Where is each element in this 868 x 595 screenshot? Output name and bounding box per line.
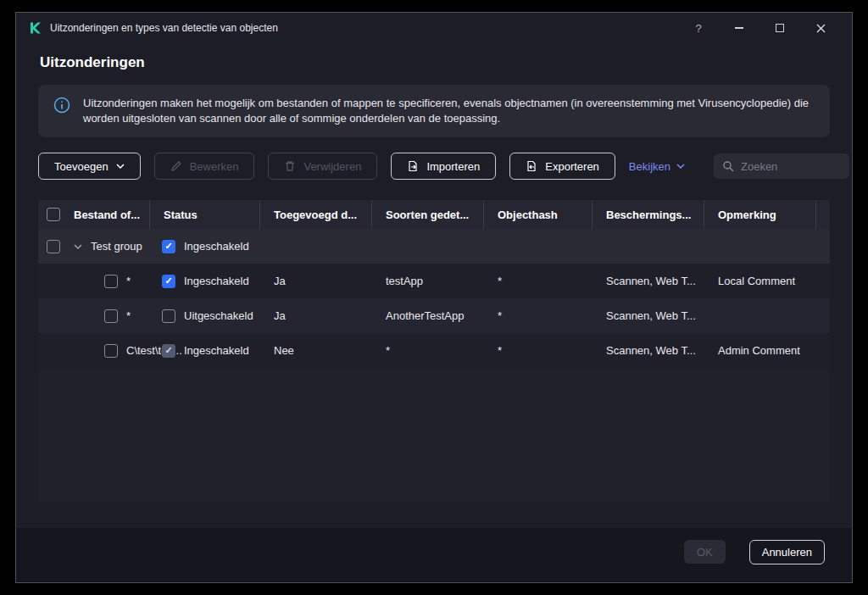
cell-added: Ja <box>260 309 372 322</box>
status-checkbox[interactable] <box>162 309 175 323</box>
expander-chevron-icon[interactable] <box>74 244 82 249</box>
info-banner: Uitzonderingen maken het mogelijk om bes… <box>38 85 830 137</box>
status-checkbox[interactable] <box>162 240 175 253</box>
column-header-types[interactable]: Soorten gedet... <box>372 200 484 229</box>
search-input[interactable] <box>741 160 841 173</box>
minimize-icon <box>735 27 743 29</box>
view-dropdown[interactable]: Bekijken <box>629 160 685 173</box>
help-button[interactable]: ? <box>686 17 711 39</box>
toolbar: Toevoegen Bewerken Verwijderen Importere… <box>38 153 830 180</box>
delete-button-label: Verwijderen <box>303 160 361 173</box>
select-all-checkbox[interactable] <box>47 208 60 221</box>
minimize-button[interactable] <box>726 17 752 39</box>
cell-protection: Scannen, Web T... <box>593 275 704 287</box>
cell-added: Nee <box>260 344 372 357</box>
cell-types: AnotherTestApp <box>372 309 484 322</box>
kaspersky-logo-icon <box>28 21 42 35</box>
cell-added: Ja <box>260 275 372 287</box>
add-button[interactable]: Toevoegen <box>38 153 141 180</box>
column-header-comment[interactable]: Opmerking <box>704 200 816 229</box>
cell-types: * <box>372 344 484 357</box>
cell-objecthash: * <box>484 344 593 357</box>
search-icon <box>722 160 734 172</box>
column-header-protection[interactable]: Beschermings... <box>593 200 704 229</box>
search-box <box>714 153 849 179</box>
cell-objecthash: * <box>484 309 593 322</box>
status-label: Uitgeschakeld <box>184 309 253 322</box>
row-checkbox[interactable] <box>104 309 118 323</box>
group-name: Test group <box>91 240 142 253</box>
row-checkbox[interactable] <box>104 344 118 358</box>
edit-button: Bewerken <box>154 153 255 180</box>
maximize-icon <box>776 24 784 32</box>
column-header-file[interactable]: Bestand of... <box>69 200 150 229</box>
export-button[interactable]: Exporteren <box>509 153 615 180</box>
page-title: Uitzonderingen <box>40 54 852 71</box>
info-text: Uitzonderingen maken het mogelijk om bes… <box>83 96 812 126</box>
window-title: Uitzonderingen en types van detectie van… <box>50 22 278 34</box>
export-icon <box>526 160 537 172</box>
view-dropdown-label: Bekijken <box>629 160 670 173</box>
status-label: Ingeschakeld <box>184 240 249 253</box>
cancel-button[interactable]: Annuleren <box>749 540 825 564</box>
cell-comment: Admin Comment <box>704 344 816 357</box>
import-icon <box>407 160 419 172</box>
table-header-row: Bestand of... Status Toegevoegd d... Soo… <box>38 200 830 229</box>
cell-file: * <box>126 275 131 287</box>
chevron-down-icon <box>676 164 685 169</box>
trash-icon <box>284 160 296 172</box>
table-row[interactable]: C\test\tes... Ingeschakeld Nee * * Scann… <box>38 333 830 368</box>
export-button-label: Exporteren <box>545 160 599 173</box>
delete-button: Verwijderen <box>268 153 377 180</box>
import-button-label: Importeren <box>426 160 480 173</box>
cell-protection: Scannen, Web T... <box>593 344 704 357</box>
status-checkbox[interactable] <box>162 344 175 358</box>
column-header-status[interactable]: Status <box>150 200 260 229</box>
cell-types: testApp <box>372 275 484 287</box>
edit-button-label: Bewerken <box>190 160 239 173</box>
exclusions-table: Bestand of... Status Toegevoegd d... Soo… <box>38 200 830 502</box>
close-button[interactable] <box>808 17 833 39</box>
dialog-window: Uitzonderingen en types van detectie van… <box>15 12 853 583</box>
close-icon <box>816 24 826 33</box>
select-all-cell <box>38 200 69 229</box>
import-button[interactable]: Importeren <box>391 153 496 180</box>
status-label: Ingeschakeld <box>184 344 249 357</box>
status-checkbox[interactable] <box>162 275 175 288</box>
column-header-objecthash[interactable]: Objecthash <box>484 200 593 229</box>
column-header-added[interactable]: Toegevoegd d... <box>260 200 372 229</box>
status-label: Ingeschakeld <box>184 275 249 287</box>
cell-comment: Local Comment <box>704 275 816 287</box>
info-icon <box>53 97 70 114</box>
ok-button: OK <box>684 540 726 564</box>
table-group-row[interactable]: Test group Ingeschakeld <box>38 229 830 264</box>
cell-file: * <box>126 309 131 322</box>
add-button-label: Toevoegen <box>54 160 108 173</box>
maximize-button[interactable] <box>767 17 793 39</box>
title-bar: Uitzonderingen en types van detectie van… <box>16 13 852 43</box>
pencil-icon <box>170 160 182 172</box>
chevron-down-icon <box>116 164 125 169</box>
table-empty-area <box>38 368 830 502</box>
dialog-footer: OK Annuleren <box>16 528 852 582</box>
table-row[interactable]: * Ingeschakeld Ja testApp * Scannen, Web… <box>38 264 830 298</box>
row-checkbox[interactable] <box>47 240 60 253</box>
cell-objecthash: * <box>484 275 593 287</box>
table-row[interactable]: * Uitgeschakeld Ja AnotherTestApp * Scan… <box>38 298 830 333</box>
row-checkbox[interactable] <box>104 275 118 288</box>
cell-protection: Scannen, Web T... <box>593 309 704 322</box>
